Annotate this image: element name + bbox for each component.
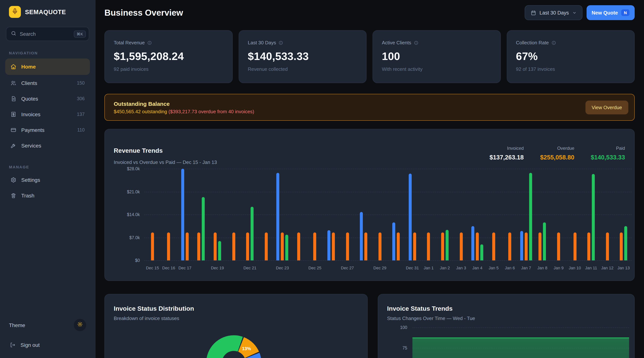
gridline [144,215,632,215]
date-range-dropdown[interactable]: Last 30 Days [524,5,582,20]
stat-value: $1,595,208.24 [114,50,223,63]
sidebar-item-clients[interactable]: Clients 150 [5,76,90,90]
theme-toggle-button[interactable] [74,319,86,331]
sidebar-item-label: Services [21,143,41,149]
bar-overdue [525,233,528,260]
sidebar-item-trash[interactable]: Trash [5,188,90,203]
stat-label: Active Clients [382,40,491,45]
revenue-trends-panel: Revenue Trends Invoiced vs Overdue vs Pa… [104,129,635,281]
trends-title: Invoice Status Trends [387,305,452,313]
sidebar-item-invoices[interactable]: Invoices 137 [5,107,90,122]
sidebar-item-label: Trash [21,193,34,199]
info-icon[interactable] [414,40,418,45]
topbar-actions: Last 30 Days New Quote N [524,5,635,20]
bar-overdue [508,233,512,260]
donut-slice-label: 13% [242,346,251,351]
sidebar: SEMAQUOTE Search ⌘K NAVIGATION Home Clie… [0,0,96,358]
bar-overdue [297,233,300,260]
bar-overdue [198,233,200,260]
sidebar-item-label: Clients [21,80,37,86]
microphone-icon [12,8,18,16]
stat-subtext: With recent activity [382,66,491,72]
sidebar-item-settings[interactable]: Settings [5,172,90,187]
sidebar-item-home[interactable]: Home [5,58,90,75]
revenue-trends-subtitle: Invoiced vs Overdue vs Paid — Dec 15 - J… [114,159,217,165]
revenue-totals-legend: Invoiced $137,263.18 Overdue $255,058.80… [490,146,625,161]
trash-icon [10,193,16,199]
info-icon[interactable] [147,40,152,45]
app-title: SEMAQUOTE [25,8,66,15]
stat-value: 100 [382,50,491,63]
stat-subtext: 92 of 137 invoices [516,66,625,72]
stat-card-collection-rate: Collection Rate 67% 92 of 137 invoices [506,30,635,83]
sidebar-item-quotes[interactable]: Quotes 306 [5,91,90,106]
bar-invoiced [471,226,474,261]
sidebar-item-count: 110 [77,127,85,133]
credit-card-icon [10,127,16,133]
bar-invoiced [409,174,412,260]
x-axis-tick: Dec 17 [178,266,192,270]
sidebar-item-label: Settings [21,177,40,183]
trends-subtitle: Status Changes Over Time — Wed - Tue [387,316,475,321]
x-axis-tick: Dec 19 [211,266,224,270]
stat-subtext: 92 paid invoices [114,66,223,72]
stat-label: Total Revenue [114,40,223,45]
stat-value: $140,533.33 [248,50,357,63]
sign-out-button[interactable]: Sign out [0,339,95,351]
sidebar-item-count: 306 [77,96,85,101]
y-axis-tick: $14.0k [112,212,140,217]
bottom-row: Invoice Status Distribution Breakdown of… [104,294,635,358]
bar-overdue [441,233,444,260]
search-input[interactable]: Search ⌘K [6,27,89,41]
brand-row: SEMAQUOTE [0,6,95,18]
info-icon[interactable] [551,40,556,45]
gridline [144,192,632,192]
sidebar-item-payments[interactable]: Payments 110 [5,123,90,137]
x-axis-tick: Jan 2 [440,266,450,270]
stats-row: Total Revenue $1,595,208.24 92 paid invo… [104,30,635,83]
bar-invoiced [520,231,523,260]
bar-overdue [476,233,479,260]
bar-paid [250,207,254,260]
x-axis-tick: Jan 5 [488,266,498,270]
calendar-icon [530,10,536,15]
sidebar-item-label: Payments [21,127,44,133]
nav-section-label: NAVIGATION [9,51,86,55]
view-overdue-button[interactable]: View Overdue [585,100,628,114]
app-logo [9,6,21,18]
bar-paid [286,235,288,260]
gear-icon [10,177,16,183]
new-quote-shortcut-badge: N [621,9,630,16]
theme-row: Theme [0,319,95,331]
legend-paid: Paid $140,533.33 [591,146,625,161]
bar-overdue [427,233,430,260]
distribution-title: Invoice Status Distribution [114,305,194,313]
bar-overdue [151,233,154,260]
sun-icon [77,322,83,329]
x-axis-tick: Jan 9 [554,266,564,270]
sidebar-item-services[interactable]: Services [5,138,90,153]
x-axis-tick: Jan 10 [569,266,581,270]
stat-label: Collection Rate [516,40,625,45]
gridline-100 [412,328,629,328]
y-axis-tick: $28.0k [112,167,140,171]
x-axis-tick: Jan 8 [537,266,548,270]
distribution-subtitle: Breakdown of invoice statuses [114,316,179,321]
alert-detail: ($393,217.73 overdue from 40 invoices) [168,109,254,114]
bar-overdue [413,233,416,260]
bar-overdue [620,233,623,260]
bar-paid [446,230,448,260]
bar-overdue [606,233,609,260]
stat-subtext: Revenue collected [248,66,357,72]
new-quote-button[interactable]: New Quote N [586,5,635,20]
bar-overdue [460,233,462,260]
info-icon[interactable] [279,40,283,45]
alert-texts: Outstanding Balance $450,565.42 outstand… [114,100,254,114]
sign-out-label: Sign out [20,342,40,348]
alert-title: Outstanding Balance [114,100,254,107]
legend-overdue: Overdue $255,058.80 [540,146,574,161]
alert-amount: $450,565.42 outstanding [114,109,167,114]
x-axis-tick: Jan 1 [424,266,434,270]
gridline [144,169,632,169]
y-axis-tick: 100 [381,325,407,330]
